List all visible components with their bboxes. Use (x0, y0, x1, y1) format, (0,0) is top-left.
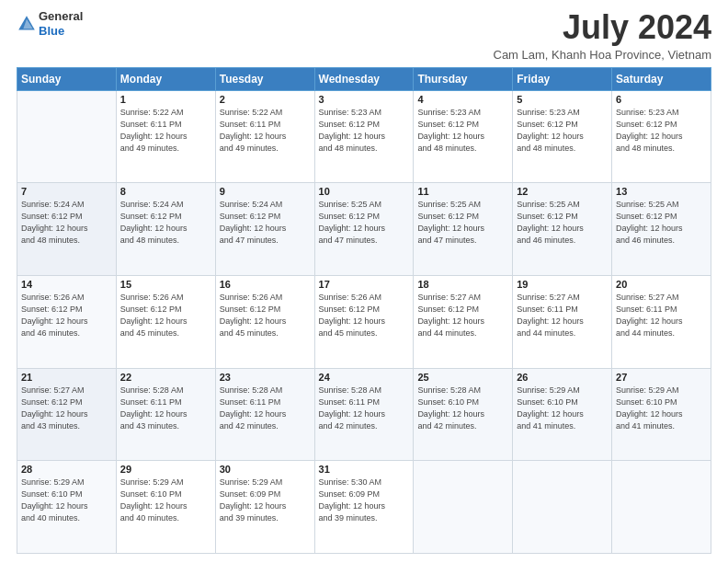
calendar-cell: 8Sunrise: 5:24 AM Sunset: 6:12 PM Daylig… (116, 183, 215, 276)
day-info: Sunrise: 5:23 AM Sunset: 6:12 PM Dayligh… (417, 107, 508, 155)
calendar-table: Sunday Monday Tuesday Wednesday Thursday… (17, 67, 711, 554)
day-info: Sunrise: 5:27 AM Sunset: 6:12 PM Dayligh… (21, 385, 112, 432)
day-info: Sunrise: 5:23 AM Sunset: 6:12 PM Dayligh… (517, 107, 608, 155)
logo-blue: Blue (39, 24, 83, 39)
calendar-week-row: 28Sunrise: 5:29 AM Sunset: 6:10 PM Dayli… (17, 461, 711, 554)
calendar-cell (513, 461, 612, 554)
day-number: 18 (417, 279, 508, 290)
calendar-cell: 2Sunrise: 5:22 AM Sunset: 6:11 PM Daylig… (215, 90, 314, 183)
day-number: 5 (517, 94, 608, 105)
day-info: Sunrise: 5:25 AM Sunset: 6:12 PM Dayligh… (417, 199, 508, 247)
day-number: 24 (319, 372, 410, 383)
day-info: Sunrise: 5:28 AM Sunset: 6:11 PM Dayligh… (120, 385, 211, 432)
calendar-week-row: 1Sunrise: 5:22 AM Sunset: 6:11 PM Daylig… (17, 90, 711, 183)
location-subtitle: Cam Lam, Khanh Hoa Province, Vietnam (494, 48, 712, 62)
day-number: 15 (120, 279, 211, 290)
day-info: Sunrise: 5:29 AM Sunset: 6:10 PM Dayligh… (517, 385, 608, 432)
day-number: 28 (21, 464, 112, 475)
day-info: Sunrise: 5:26 AM Sunset: 6:12 PM Dayligh… (120, 292, 211, 339)
day-info: Sunrise: 5:25 AM Sunset: 6:12 PM Dayligh… (616, 199, 707, 247)
day-number: 13 (616, 186, 707, 197)
header-monday: Monday (116, 67, 215, 90)
day-number: 31 (319, 464, 410, 475)
calendar-cell: 5Sunrise: 5:23 AM Sunset: 6:12 PM Daylig… (513, 90, 612, 183)
calendar-cell (414, 461, 513, 554)
day-number: 16 (220, 279, 311, 290)
day-number: 26 (517, 372, 608, 383)
calendar-cell: 29Sunrise: 5:29 AM Sunset: 6:10 PM Dayli… (116, 461, 215, 554)
calendar-week-row: 21Sunrise: 5:27 AM Sunset: 6:12 PM Dayli… (17, 368, 711, 461)
day-number: 19 (517, 279, 608, 290)
day-info: Sunrise: 5:29 AM Sunset: 6:10 PM Dayligh… (21, 477, 112, 524)
calendar-cell: 7Sunrise: 5:24 AM Sunset: 6:12 PM Daylig… (17, 183, 117, 276)
calendar-page: General Blue July 2024 Cam Lam, Khanh Ho… (0, 0, 728, 563)
header: General Blue July 2024 Cam Lam, Khanh Ho… (17, 9, 711, 62)
calendar-cell: 4Sunrise: 5:23 AM Sunset: 6:12 PM Daylig… (414, 90, 513, 183)
day-info: Sunrise: 5:25 AM Sunset: 6:12 PM Dayligh… (319, 199, 410, 247)
header-friday: Friday (513, 67, 612, 90)
calendar-cell: 20Sunrise: 5:27 AM Sunset: 6:11 PM Dayli… (612, 275, 711, 368)
day-info: Sunrise: 5:24 AM Sunset: 6:12 PM Dayligh… (21, 199, 112, 247)
day-info: Sunrise: 5:26 AM Sunset: 6:12 PM Dayligh… (21, 292, 112, 339)
day-number: 1 (120, 94, 211, 105)
calendar-cell: 6Sunrise: 5:23 AM Sunset: 6:12 PM Daylig… (612, 90, 711, 183)
day-number: 4 (417, 94, 508, 105)
calendar-cell: 3Sunrise: 5:23 AM Sunset: 6:12 PM Daylig… (314, 90, 414, 183)
weekday-header-row: Sunday Monday Tuesday Wednesday Thursday… (17, 67, 711, 90)
calendar-cell: 17Sunrise: 5:26 AM Sunset: 6:12 PM Dayli… (314, 275, 414, 368)
calendar-cell: 9Sunrise: 5:24 AM Sunset: 6:12 PM Daylig… (215, 183, 314, 276)
calendar-cell: 15Sunrise: 5:26 AM Sunset: 6:12 PM Dayli… (116, 275, 215, 368)
day-info: Sunrise: 5:28 AM Sunset: 6:11 PM Dayligh… (319, 385, 410, 432)
day-info: Sunrise: 5:23 AM Sunset: 6:12 PM Dayligh… (319, 107, 410, 155)
day-info: Sunrise: 5:27 AM Sunset: 6:11 PM Dayligh… (616, 292, 707, 339)
day-info: Sunrise: 5:28 AM Sunset: 6:10 PM Dayligh… (417, 385, 508, 432)
calendar-cell: 23Sunrise: 5:28 AM Sunset: 6:11 PM Dayli… (215, 368, 314, 461)
calendar-cell: 18Sunrise: 5:27 AM Sunset: 6:12 PM Dayli… (414, 275, 513, 368)
calendar-cell: 13Sunrise: 5:25 AM Sunset: 6:12 PM Dayli… (612, 183, 711, 276)
calendar-cell: 27Sunrise: 5:29 AM Sunset: 6:10 PM Dayli… (612, 368, 711, 461)
calendar-cell: 24Sunrise: 5:28 AM Sunset: 6:11 PM Dayli… (314, 368, 414, 461)
day-info: Sunrise: 5:27 AM Sunset: 6:12 PM Dayligh… (417, 292, 508, 339)
day-number: 11 (417, 186, 508, 197)
day-info: Sunrise: 5:24 AM Sunset: 6:12 PM Dayligh… (220, 199, 311, 247)
calendar-cell: 25Sunrise: 5:28 AM Sunset: 6:10 PM Dayli… (414, 368, 513, 461)
calendar-cell: 19Sunrise: 5:27 AM Sunset: 6:11 PM Dayli… (513, 275, 612, 368)
day-number: 6 (616, 94, 707, 105)
day-info: Sunrise: 5:22 AM Sunset: 6:11 PM Dayligh… (220, 107, 311, 155)
day-number: 9 (220, 186, 311, 197)
calendar-cell: 12Sunrise: 5:25 AM Sunset: 6:12 PM Dayli… (513, 183, 612, 276)
title-block: July 2024 Cam Lam, Khanh Hoa Province, V… (494, 9, 712, 62)
day-info: Sunrise: 5:26 AM Sunset: 6:12 PM Dayligh… (319, 292, 410, 339)
calendar-cell: 10Sunrise: 5:25 AM Sunset: 6:12 PM Dayli… (314, 183, 414, 276)
calendar-cell: 16Sunrise: 5:26 AM Sunset: 6:12 PM Dayli… (215, 275, 314, 368)
day-info: Sunrise: 5:28 AM Sunset: 6:11 PM Dayligh… (220, 385, 311, 432)
calendar-week-row: 7Sunrise: 5:24 AM Sunset: 6:12 PM Daylig… (17, 183, 711, 276)
day-info: Sunrise: 5:29 AM Sunset: 6:10 PM Dayligh… (616, 385, 707, 432)
logo: General Blue (17, 9, 83, 38)
header-thursday: Thursday (414, 67, 513, 90)
day-number: 2 (220, 94, 311, 105)
day-number: 27 (616, 372, 707, 383)
day-number: 17 (319, 279, 410, 290)
day-number: 21 (21, 372, 112, 383)
day-number: 23 (220, 372, 311, 383)
calendar-cell: 31Sunrise: 5:30 AM Sunset: 6:09 PM Dayli… (314, 461, 414, 554)
day-info: Sunrise: 5:30 AM Sunset: 6:09 PM Dayligh… (319, 477, 410, 524)
day-number: 20 (616, 279, 707, 290)
day-info: Sunrise: 5:23 AM Sunset: 6:12 PM Dayligh… (616, 107, 707, 155)
logo-general: General (39, 9, 83, 24)
logo-icon (17, 14, 37, 34)
calendar-cell: 26Sunrise: 5:29 AM Sunset: 6:10 PM Dayli… (513, 368, 612, 461)
day-info: Sunrise: 5:27 AM Sunset: 6:11 PM Dayligh… (517, 292, 608, 339)
header-tuesday: Tuesday (215, 67, 314, 90)
day-number: 14 (21, 279, 112, 290)
day-info: Sunrise: 5:29 AM Sunset: 6:09 PM Dayligh… (220, 477, 311, 524)
calendar-cell: 11Sunrise: 5:25 AM Sunset: 6:12 PM Dayli… (414, 183, 513, 276)
calendar-cell: 21Sunrise: 5:27 AM Sunset: 6:12 PM Dayli… (17, 368, 117, 461)
day-number: 7 (21, 186, 112, 197)
day-number: 30 (220, 464, 311, 475)
day-number: 8 (120, 186, 211, 197)
header-sunday: Sunday (17, 67, 117, 90)
calendar-cell (612, 461, 711, 554)
header-wednesday: Wednesday (314, 67, 414, 90)
